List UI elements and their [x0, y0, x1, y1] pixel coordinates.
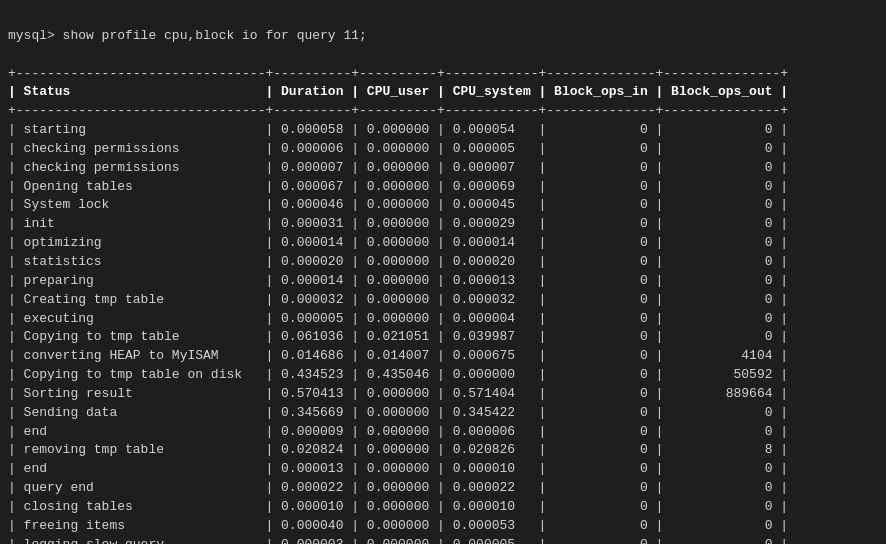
table-row: | converting HEAP to MyISAM | 0.014686 |…	[8, 347, 878, 366]
table-row: | end | 0.000013 | 0.000000 | 0.000010 |…	[8, 460, 878, 479]
table-row: | Copying to tmp table | 0.061036 | 0.02…	[8, 328, 878, 347]
separator-top: +--------------------------------+------…	[8, 65, 878, 84]
separator-header: +--------------------------------+------…	[8, 102, 878, 121]
table-row: | Creating tmp table | 0.000032 | 0.0000…	[8, 291, 878, 310]
table-row: | starting | 0.000058 | 0.000000 | 0.000…	[8, 121, 878, 140]
table-row: | Opening tables | 0.000067 | 0.000000 |…	[8, 178, 878, 197]
table-row: | end | 0.000009 | 0.000000 | 0.000006 |…	[8, 423, 878, 442]
table-row: | preparing | 0.000014 | 0.000000 | 0.00…	[8, 272, 878, 291]
terminal: mysql> show profile cpu,block io for que…	[8, 8, 878, 544]
table-row: | logging slow query | 0.000003 | 0.0000…	[8, 536, 878, 544]
table-row: | System lock | 0.000046 | 0.000000 | 0.…	[8, 196, 878, 215]
table-row: | closing tables | 0.000010 | 0.000000 |…	[8, 498, 878, 517]
table-row: | executing | 0.000005 | 0.000000 | 0.00…	[8, 310, 878, 329]
table-row: | statistics | 0.000020 | 0.000000 | 0.0…	[8, 253, 878, 272]
table-row: | checking permissions | 0.000007 | 0.00…	[8, 159, 878, 178]
prompt-line: mysql> show profile cpu,block io for que…	[8, 27, 878, 46]
table-row: | query end | 0.000022 | 0.000000 | 0.00…	[8, 479, 878, 498]
table-row: | Sorting result | 0.570413 | 0.000000 |…	[8, 385, 878, 404]
table-row: | init | 0.000031 | 0.000000 | 0.000029 …	[8, 215, 878, 234]
table-row: | Copying to tmp table on disk | 0.43452…	[8, 366, 878, 385]
table-row: | removing tmp table | 0.020824 | 0.0000…	[8, 441, 878, 460]
table-row: | freeing items | 0.000040 | 0.000000 | …	[8, 517, 878, 536]
table-container: +--------------------------------+------…	[8, 65, 878, 544]
table-row: | optimizing | 0.000014 | 0.000000 | 0.0…	[8, 234, 878, 253]
table-row: | Sending data | 0.345669 | 0.000000 | 0…	[8, 404, 878, 423]
header-row: | Status | Duration | CPU_user | CPU_sys…	[8, 83, 878, 102]
table-row: | checking permissions | 0.000006 | 0.00…	[8, 140, 878, 159]
